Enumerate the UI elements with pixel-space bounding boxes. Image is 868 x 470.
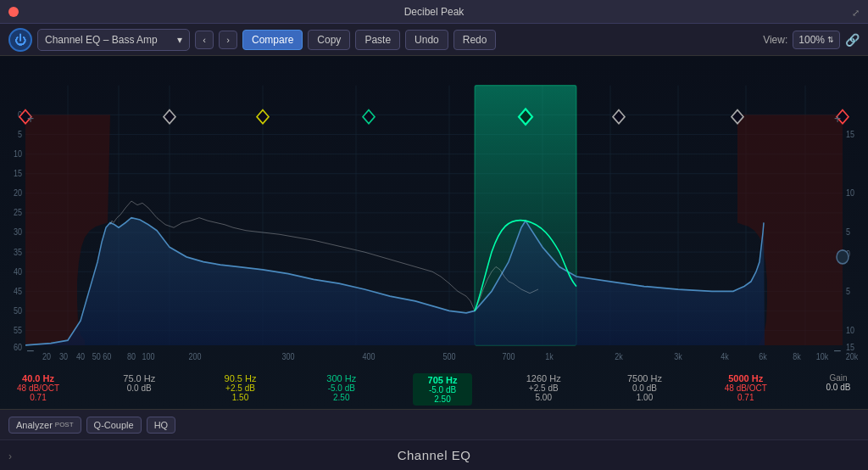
- svg-text:+: +: [834, 110, 841, 126]
- svg-text:40: 40: [14, 266, 23, 277]
- redo-button[interactable]: Redo: [453, 30, 497, 50]
- band-3-q: 1.50: [232, 393, 248, 402]
- band-3-info: 90.5 Hz +2.5 dB 1.50: [211, 373, 270, 406]
- band-4-freq: 300 Hz: [326, 373, 356, 383]
- svg-text:10: 10: [14, 148, 23, 159]
- band-2-gain: 0.0 dB: [127, 383, 152, 393]
- svg-text:8k: 8k: [793, 352, 801, 362]
- svg-text:5: 5: [846, 286, 850, 296]
- svg-text:25: 25: [14, 208, 22, 218]
- back-button[interactable]: ‹: [195, 31, 214, 49]
- eq-display[interactable]: 0 5 10 15 20 25 30 35 40 45 50 55 60 15 …: [0, 56, 868, 409]
- band-6-q: 5.00: [536, 393, 552, 402]
- paste-button[interactable]: Paste: [355, 30, 400, 50]
- band-8-freq: 5000 Hz: [728, 373, 763, 383]
- svg-text:30: 30: [59, 352, 69, 362]
- band-1-gain: 48 dB/OCT: [17, 383, 59, 393]
- band-2-info: 75.0 Hz 0.0 dB: [109, 373, 169, 406]
- band-7-q: 1.00: [637, 393, 653, 402]
- svg-text:300: 300: [281, 352, 295, 362]
- hq-button[interactable]: HQ: [147, 417, 176, 434]
- svg-text:30: 30: [14, 227, 23, 238]
- view-label: View:: [763, 34, 787, 46]
- band-4-gain: -5.0 dB: [328, 383, 355, 393]
- svg-text:40: 40: [76, 352, 86, 362]
- band-5-freq: 705 Hz: [428, 375, 458, 385]
- svg-text:2k: 2k: [615, 352, 623, 362]
- band-6-gain: +2.5 dB: [529, 383, 559, 393]
- band-5-gain: -5.0 dB: [429, 385, 456, 394]
- band-7-gain: 0.0 dB: [632, 383, 657, 393]
- svg-text:10k: 10k: [816, 352, 829, 362]
- svg-text:5: 5: [846, 227, 850, 238]
- footer-left: ›: [8, 448, 12, 463]
- svg-text:15: 15: [846, 129, 854, 139]
- band-6-freq: 1260 Hz: [526, 373, 561, 383]
- band-4-info: 300 Hz -5.0 dB 2.50: [312, 373, 371, 406]
- svg-text:–: –: [27, 342, 34, 357]
- band-5-info: 705 Hz -5.0 dB 2.50: [413, 373, 472, 406]
- svg-text:50: 50: [14, 305, 23, 316]
- svg-text:5: 5: [18, 129, 22, 139]
- svg-text:80: 80: [127, 352, 136, 362]
- analyzer-button[interactable]: Analyzer POST: [8, 417, 81, 434]
- chevron-icon[interactable]: ›: [8, 450, 12, 462]
- band-info-bar: 40.0 Hz 48 dB/OCT 0.71 75.0 Hz 0.0 dB 90…: [0, 373, 868, 406]
- band-3-gain: +2.5 dB: [225, 383, 255, 393]
- svg-text:200: 200: [188, 352, 202, 362]
- svg-text:1k: 1k: [545, 352, 554, 362]
- band-7-freq: 7500 Hz: [627, 373, 662, 383]
- band-6-info: 1260 Hz +2.5 dB 5.00: [514, 373, 573, 406]
- undo-button[interactable]: Undo: [405, 30, 448, 50]
- compare-button[interactable]: Compare: [242, 30, 303, 50]
- toolbar: ⏻ Channel EQ – Bass Amp ▾ ‹ › Compare Co…: [0, 24, 868, 56]
- svg-text:35: 35: [14, 247, 22, 257]
- svg-text:15: 15: [14, 169, 22, 179]
- svg-text:50 60: 50 60: [92, 352, 112, 362]
- svg-text:3k: 3k: [674, 352, 682, 362]
- band-8-info: 5000 Hz 48 dB/OCT 0.71: [716, 373, 776, 406]
- band-8-gain: 48 dB/OCT: [725, 383, 767, 393]
- link-icon[interactable]: 🔗: [845, 33, 860, 47]
- forward-button[interactable]: ›: [219, 31, 237, 49]
- band-5-q: 2.50: [434, 394, 450, 404]
- power-button[interactable]: ⏻: [8, 28, 32, 52]
- svg-text:20: 20: [14, 188, 23, 199]
- svg-text:700: 700: [502, 352, 515, 362]
- band-1-info: 40.0 Hz 48 dB/OCT 0.71: [8, 373, 68, 406]
- window-controls: [8, 7, 49, 17]
- gain-label: Gain: [829, 373, 847, 383]
- q-couple-button[interactable]: Q-Couple: [86, 417, 142, 434]
- expand-icon[interactable]: ⤢: [852, 8, 860, 18]
- svg-text:45: 45: [14, 286, 22, 296]
- svg-text:20: 20: [42, 352, 52, 362]
- dropdown-arrow: ▾: [177, 34, 182, 46]
- band-4-q: 2.50: [333, 393, 349, 402]
- svg-text:60: 60: [14, 342, 23, 352]
- svg-text:400: 400: [362, 352, 376, 362]
- band-1-q: 0.71: [30, 393, 46, 402]
- window-title: Decibel Peak: [404, 6, 465, 18]
- svg-text:100: 100: [142, 352, 155, 362]
- svg-point-77: [837, 250, 849, 264]
- svg-text:55: 55: [14, 325, 22, 335]
- band-7-info: 7500 Hz 0.0 dB 1.00: [615, 373, 675, 406]
- preset-dropdown[interactable]: Channel EQ – Bass Amp ▾: [37, 29, 190, 51]
- band-8-q: 0.71: [737, 393, 754, 402]
- view-percent[interactable]: 100% ⇅: [793, 31, 840, 49]
- band-3-freq: 90.5 Hz: [225, 373, 257, 383]
- svg-text:10: 10: [846, 325, 855, 335]
- footer-title: Channel EQ: [398, 448, 471, 462]
- svg-text:10: 10: [846, 188, 855, 199]
- copy-button[interactable]: Copy: [308, 30, 350, 50]
- svg-text:6k: 6k: [759, 352, 767, 362]
- svg-text:4k: 4k: [721, 352, 729, 362]
- eq-svg: 0 5 10 15 20 25 30 35 40 45 50 55 60 15 …: [0, 56, 868, 409]
- svg-text:15: 15: [846, 342, 854, 352]
- close-button[interactable]: [8, 7, 19, 17]
- preset-label: Channel EQ – Bass Amp: [45, 34, 158, 46]
- bottom-bar: Analyzer POST Q-Couple HQ: [0, 409, 868, 439]
- band-2-freq: 75.0 Hz: [123, 373, 155, 383]
- band-1-freq: 40.0 Hz: [22, 373, 54, 383]
- svg-text:–: –: [834, 342, 841, 357]
